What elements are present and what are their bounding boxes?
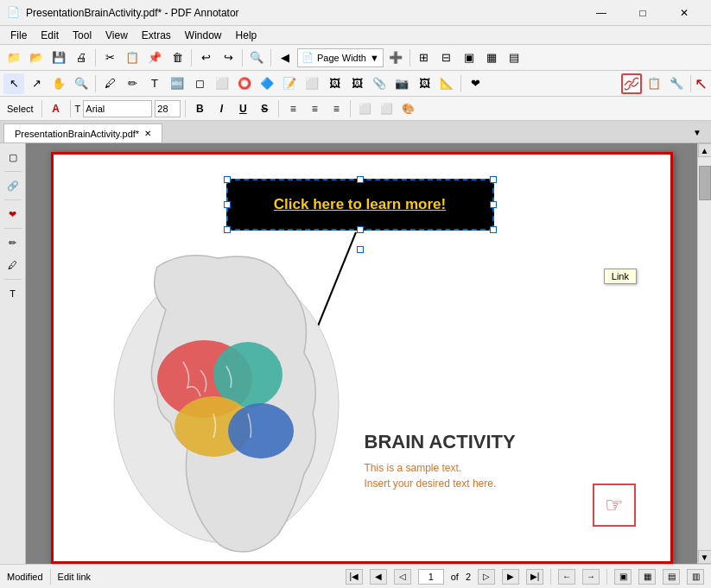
highlight-tool[interactable]: 🖊	[99, 73, 120, 94]
prev-page-button2[interactable]: ◁	[394, 569, 411, 585]
menu-file[interactable]: File	[3, 28, 34, 43]
save-button[interactable]: 💾	[48, 47, 69, 68]
paste-button[interactable]: 📌	[144, 47, 165, 68]
delete-button[interactable]: 🗑	[167, 47, 187, 68]
zoom-dropdown[interactable]: 📄 Page Width ▼	[297, 48, 384, 67]
menu-view[interactable]: View	[98, 28, 135, 43]
open-button[interactable]: 📂	[26, 47, 47, 68]
handle-tc[interactable]	[357, 176, 364, 183]
shape-tool1[interactable]: ◻	[189, 73, 210, 94]
annot-extra2[interactable]: 🔧	[666, 73, 687, 94]
link-button[interactable]	[621, 73, 642, 94]
cursor-tool[interactable]: ↖	[3, 73, 24, 94]
copy-button[interactable]: 📋	[122, 47, 143, 68]
close-button[interactable]: ✕	[664, 0, 704, 26]
strikethrough-button[interactable]: S	[255, 99, 274, 118]
panel-btn-pencil[interactable]: ✏	[3, 232, 23, 253]
search-button[interactable]: 🔍	[246, 47, 267, 68]
view-mode1[interactable]: ▣	[614, 569, 632, 585]
underline-button[interactable]: U	[233, 99, 252, 118]
scroll-thumb[interactable]	[699, 166, 711, 200]
document-tab[interactable]: PresentationBrainActivity.pdf* ✕	[3, 123, 162, 142]
handle-bl[interactable]	[224, 226, 231, 233]
annot-btn3[interactable]: 🖼	[414, 73, 435, 94]
first-page-button[interactable]: |◀	[346, 569, 363, 585]
scroll-down-button[interactable]: ▼	[698, 550, 712, 564]
view-btn3[interactable]: ▤	[504, 47, 524, 68]
next-page-button2[interactable]: ▶	[502, 569, 519, 585]
print-button[interactable]: 🖨	[71, 47, 92, 68]
tab-scroll-right[interactable]: ▼	[687, 122, 708, 142]
panel-btn1[interactable]: ▢	[3, 147, 23, 168]
annot-btn1[interactable]: 📎	[369, 73, 390, 94]
favorite-tool[interactable]: ❤	[465, 73, 486, 94]
view-btn1[interactable]: ▣	[459, 47, 479, 68]
minimize-button[interactable]: —	[581, 0, 621, 26]
text-box-style[interactable]: ⬜	[355, 99, 374, 118]
rubber-stamp[interactable]: 🖼	[324, 73, 345, 94]
font-name-input[interactable]	[83, 100, 152, 117]
view-mode4[interactable]: ▥	[687, 569, 704, 585]
text-border-style[interactable]: ⬜	[377, 99, 396, 118]
hand-tool[interactable]: ✋	[48, 73, 69, 94]
text-tool[interactable]: T	[144, 73, 165, 94]
font-color-button[interactable]: A	[47, 99, 66, 118]
annot-btn4[interactable]: 📐	[436, 73, 457, 94]
handle-tr[interactable]	[490, 176, 497, 183]
shape-tool2[interactable]: ⬜	[212, 73, 232, 94]
annot-extra1[interactable]: 📋	[644, 73, 664, 94]
maximize-button[interactable]: □	[623, 0, 663, 26]
align-right[interactable]: ≡	[327, 99, 346, 118]
magnify-tool[interactable]: 🔍	[71, 73, 92, 94]
pen-tool[interactable]: ✏	[122, 73, 143, 94]
fit-width-button[interactable]: ⊟	[436, 47, 457, 68]
prev-page-btn[interactable]: ◀	[275, 47, 295, 68]
scroll-track[interactable]	[698, 157, 712, 550]
menu-extras[interactable]: Extras	[135, 28, 178, 43]
panel-btn2[interactable]: 🔗	[3, 175, 23, 196]
view-mode3[interactable]: ▤	[663, 569, 680, 585]
menu-tool[interactable]: Tool	[66, 28, 98, 43]
handle-mr[interactable]	[490, 201, 497, 208]
bold-button[interactable]: B	[190, 99, 209, 118]
redo-button[interactable]: ↪	[218, 47, 238, 68]
back-button[interactable]: ←	[558, 569, 575, 585]
next-page-button[interactable]: ▷	[478, 569, 495, 585]
sticky-note-tool[interactable]: 📝	[279, 73, 300, 94]
forward-button[interactable]: →	[582, 569, 600, 585]
handle-br[interactable]	[490, 226, 497, 233]
panel-btn-heart[interactable]: ❤	[3, 204, 23, 224]
new-button[interactable]: 📁	[3, 47, 24, 68]
tab-close-button[interactable]: ✕	[144, 129, 151, 138]
handle-bc[interactable]	[357, 226, 364, 233]
menu-edit[interactable]: Edit	[34, 28, 66, 43]
view-mode2[interactable]: ▦	[638, 569, 656, 585]
prev-page-button[interactable]: ◀	[370, 569, 387, 585]
stamp-tool[interactable]: 🔤	[167, 73, 187, 94]
align-center[interactable]: ≡	[305, 99, 324, 118]
handle-tl[interactable]	[224, 176, 231, 183]
view-btn2[interactable]: ▦	[481, 47, 502, 68]
selected-textbox[interactable]: Click here to learn more!	[226, 179, 494, 231]
font-size-input[interactable]	[155, 100, 181, 117]
cut-button[interactable]: ✂	[99, 47, 120, 68]
menu-window[interactable]: Window	[178, 28, 229, 43]
shape-tool3[interactable]: ⭕	[234, 73, 255, 94]
eraser-tool[interactable]: ⬜	[302, 73, 322, 94]
fit-page-button[interactable]: ⊞	[414, 47, 435, 68]
align-left[interactable]: ≡	[283, 99, 302, 118]
scroll-up-button[interactable]: ▲	[698, 143, 712, 157]
handle-ml[interactable]	[224, 201, 231, 208]
menu-help[interactable]: Help	[229, 28, 264, 43]
panel-btn-pen[interactable]: 🖊	[3, 255, 23, 275]
italic-button[interactable]: I	[212, 99, 231, 118]
undo-button[interactable]: ↩	[195, 47, 216, 68]
select-tool[interactable]: ↗	[26, 73, 47, 94]
zoom-in-button[interactable]: ➕	[385, 47, 406, 68]
shape-tool4[interactable]: 🔷	[257, 73, 277, 94]
panel-btn-text[interactable]: T	[3, 283, 23, 304]
last-page-button[interactable]: ▶|	[526, 569, 543, 585]
image-tool[interactable]: 🖼	[346, 73, 367, 94]
text-fill-color[interactable]: 🎨	[398, 99, 417, 118]
page-number-input[interactable]	[418, 569, 444, 585]
